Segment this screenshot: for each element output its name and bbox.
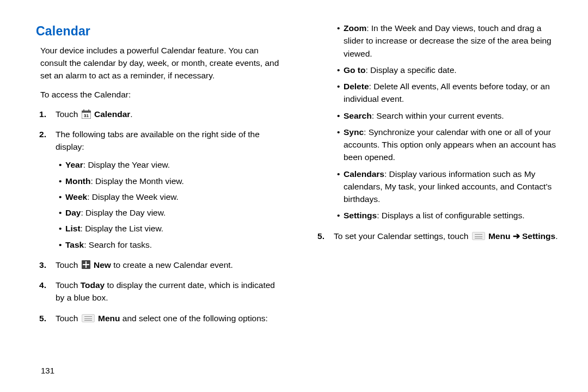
text: Touch bbox=[56, 314, 81, 323]
step-1: Touch 31 Calendar. bbox=[52, 108, 284, 120]
opt-delete: Delete: Delete All events, All events be… bbox=[337, 80, 562, 106]
period: . bbox=[130, 109, 132, 119]
lead-text: To access the Calendar: bbox=[40, 88, 284, 101]
opt-search: Search: Search within your current event… bbox=[337, 109, 562, 122]
step-3: Touch New to create a new Calendar event… bbox=[52, 259, 284, 271]
opt-name: Settings bbox=[344, 211, 377, 220]
page: Calendar Your device includes a powerful… bbox=[0, 0, 588, 348]
opt-desc: : In the Week and Day views, touch and d… bbox=[344, 23, 552, 58]
tab-desc: : Display the List view. bbox=[81, 224, 163, 233]
text: To set your Calendar settings, touch bbox=[334, 231, 471, 241]
tab-desc: : Display the Week view. bbox=[87, 192, 179, 201]
tab-list: List: Display the List view. bbox=[59, 222, 284, 235]
opt-name: Zoom bbox=[344, 23, 366, 33]
tab-task: Task: Search for tasks. bbox=[59, 238, 284, 251]
step-4: Touch Today to display the current date,… bbox=[52, 279, 284, 304]
tab-desc: : Display the Month view. bbox=[90, 176, 183, 186]
opt-sync: Sync: Synchronize your calendar with one… bbox=[337, 126, 562, 164]
step-2: The following tabs are available on the … bbox=[52, 128, 284, 251]
tab-desc: : Display the Day view. bbox=[81, 208, 166, 217]
intro-paragraph: Your device includes a powerful Calendar… bbox=[40, 44, 284, 82]
tab-day: Day: Display the Day view. bbox=[59, 206, 284, 219]
opt-name: Search bbox=[344, 111, 372, 120]
opt-desc: : Displays a list of configurable settin… bbox=[377, 211, 524, 220]
section-heading: Calendar bbox=[36, 22, 284, 41]
tab-desc: : Search for tasks. bbox=[84, 240, 152, 249]
tab-week: Week: Display the Week view. bbox=[59, 191, 284, 203]
opt-name: Delete bbox=[344, 82, 369, 91]
tab-name: Task bbox=[65, 240, 84, 249]
tab-name: Week bbox=[65, 192, 87, 201]
new-label: New bbox=[94, 260, 111, 270]
svg-rect-1 bbox=[82, 111, 91, 113]
text: Touch bbox=[56, 260, 81, 270]
menu-icon bbox=[472, 232, 485, 240]
svg-rect-2 bbox=[83, 109, 84, 112]
options-list: Zoom: In the Week and Day views, touch a… bbox=[334, 22, 562, 222]
tab-name: Year bbox=[65, 160, 83, 169]
page-number: 131 bbox=[41, 365, 54, 377]
tab-name: List bbox=[65, 224, 81, 233]
tab-year: Year: Display the Year view. bbox=[59, 158, 284, 171]
opt-settings: Settings: Displays a list of configurabl… bbox=[337, 209, 562, 222]
tab-month: Month: Display the Month view. bbox=[59, 175, 284, 187]
text: Touch bbox=[56, 280, 81, 290]
opt-zoom: Zoom: In the Week and Day views, touch a… bbox=[337, 22, 562, 60]
menu-label: Menu bbox=[98, 314, 120, 323]
opt-calendars: Calendars: Display various information s… bbox=[337, 168, 562, 206]
menu-icon bbox=[82, 314, 95, 322]
period: . bbox=[555, 231, 558, 241]
opt-name: Sync bbox=[344, 127, 364, 137]
plus-icon bbox=[82, 260, 90, 269]
calendar-label: Calendar bbox=[94, 109, 130, 119]
svg-text:31: 31 bbox=[84, 113, 89, 118]
text: to create a new Calendar event. bbox=[111, 260, 233, 270]
tabs-list: Year: Display the Year view. Month: Disp… bbox=[56, 158, 284, 251]
opt-name: Go to bbox=[344, 65, 365, 75]
calendar-icon: 31 bbox=[82, 109, 91, 119]
text: Touch bbox=[56, 109, 81, 119]
opt-desc: : Synchronize your calendar with one or … bbox=[344, 127, 556, 162]
tab-name: Month bbox=[65, 176, 90, 186]
menu-label: Menu bbox=[488, 231, 510, 241]
opt-desc: : Display a specific date. bbox=[365, 65, 456, 75]
tab-name: Day bbox=[65, 208, 81, 217]
tab-desc: : Display the Year view. bbox=[83, 160, 170, 169]
text: The following tabs are available on the … bbox=[56, 130, 260, 151]
step-6: To set your Calendar settings, touch Men… bbox=[330, 230, 562, 242]
arrow-icon: ➔ bbox=[510, 231, 522, 241]
opt-name: Calendars bbox=[344, 169, 384, 179]
text: and select one of the following options: bbox=[120, 314, 267, 323]
opt-desc: : Search within your current events. bbox=[372, 111, 504, 120]
svg-rect-3 bbox=[88, 109, 89, 112]
opt-goto: Go to: Display a specific date. bbox=[337, 64, 562, 76]
today-label: Today bbox=[81, 280, 105, 290]
opt-desc: : Delete All events, All events before t… bbox=[344, 82, 550, 103]
settings-label: Settings bbox=[522, 231, 555, 241]
